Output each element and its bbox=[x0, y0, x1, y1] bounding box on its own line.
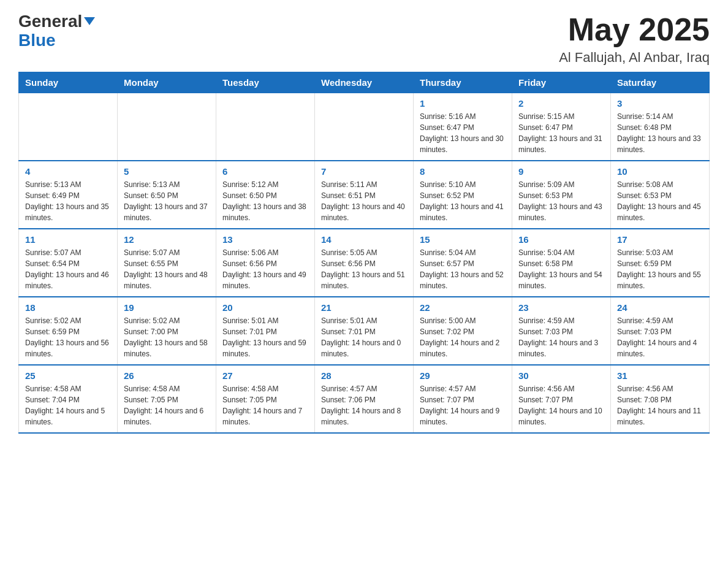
calendar-table: Sunday Monday Tuesday Wednesday Thursday… bbox=[18, 72, 710, 434]
day-number: 20 bbox=[222, 302, 308, 313]
day-info: Sunrise: 4:56 AMSunset: 7:07 PMDaylight:… bbox=[518, 383, 604, 427]
title-block: May 2025 Al Fallujah, Al Anbar, Iraq bbox=[559, 12, 710, 66]
day-info: Sunrise: 5:09 AMSunset: 6:53 PMDaylight:… bbox=[518, 179, 604, 223]
day-info: Sunrise: 5:00 AMSunset: 7:02 PMDaylight:… bbox=[420, 315, 506, 359]
calendar-week-row: 25Sunrise: 4:58 AMSunset: 7:04 PMDayligh… bbox=[19, 365, 710, 433]
day-number: 15 bbox=[420, 234, 506, 245]
calendar-day-cell: 7Sunrise: 5:11 AMSunset: 6:51 PMDaylight… bbox=[315, 161, 414, 229]
day-info: Sunrise: 5:05 AMSunset: 6:56 PMDaylight:… bbox=[321, 247, 407, 291]
calendar-day-cell: 6Sunrise: 5:12 AMSunset: 6:50 PMDaylight… bbox=[216, 161, 315, 229]
day-number: 5 bbox=[124, 166, 210, 177]
day-info: Sunrise: 5:02 AMSunset: 6:59 PMDaylight:… bbox=[25, 315, 111, 359]
calendar-day-cell bbox=[19, 93, 118, 161]
day-number: 31 bbox=[617, 370, 703, 381]
day-number: 11 bbox=[25, 234, 111, 245]
day-number: 24 bbox=[617, 302, 703, 313]
calendar-day-cell: 3Sunrise: 5:14 AMSunset: 6:48 PMDaylight… bbox=[611, 93, 710, 161]
calendar-week-row: 18Sunrise: 5:02 AMSunset: 6:59 PMDayligh… bbox=[19, 297, 710, 365]
day-number: 29 bbox=[420, 370, 506, 381]
day-info: Sunrise: 4:58 AMSunset: 7:05 PMDaylight:… bbox=[124, 383, 210, 427]
col-monday: Monday bbox=[118, 72, 216, 93]
calendar-day-cell: 24Sunrise: 4:59 AMSunset: 7:03 PMDayligh… bbox=[611, 297, 710, 365]
day-info: Sunrise: 5:01 AMSunset: 7:01 PMDaylight:… bbox=[321, 315, 407, 359]
calendar-day-cell: 19Sunrise: 5:02 AMSunset: 7:00 PMDayligh… bbox=[118, 297, 216, 365]
day-number: 6 bbox=[222, 166, 308, 177]
logo-blue-text: Blue bbox=[18, 31, 56, 50]
calendar-day-cell: 13Sunrise: 5:06 AMSunset: 6:56 PMDayligh… bbox=[216, 229, 315, 297]
day-info: Sunrise: 5:13 AMSunset: 6:49 PMDaylight:… bbox=[25, 179, 111, 223]
day-number: 25 bbox=[25, 370, 111, 381]
day-number: 10 bbox=[617, 166, 703, 177]
day-number: 13 bbox=[222, 234, 308, 245]
calendar-day-cell: 25Sunrise: 4:58 AMSunset: 7:04 PMDayligh… bbox=[19, 365, 118, 433]
calendar-day-cell: 8Sunrise: 5:10 AMSunset: 6:52 PMDaylight… bbox=[414, 161, 512, 229]
calendar-day-cell: 9Sunrise: 5:09 AMSunset: 6:53 PMDaylight… bbox=[512, 161, 611, 229]
day-number: 23 bbox=[518, 302, 604, 313]
calendar-week-row: 11Sunrise: 5:07 AMSunset: 6:54 PMDayligh… bbox=[19, 229, 710, 297]
logo-text: GeneralBlue bbox=[18, 12, 95, 50]
day-number: 28 bbox=[321, 370, 407, 381]
day-number: 17 bbox=[617, 234, 703, 245]
day-info: Sunrise: 4:57 AMSunset: 7:07 PMDaylight:… bbox=[420, 383, 506, 427]
logo-triangle-icon bbox=[84, 17, 95, 25]
calendar-week-row: 1Sunrise: 5:16 AMSunset: 6:47 PMDaylight… bbox=[19, 93, 710, 161]
day-info: Sunrise: 4:56 AMSunset: 7:08 PMDaylight:… bbox=[617, 383, 703, 427]
calendar-day-cell: 14Sunrise: 5:05 AMSunset: 6:56 PMDayligh… bbox=[315, 229, 414, 297]
month-year-title: May 2025 bbox=[559, 12, 710, 47]
calendar-day-cell bbox=[315, 93, 414, 161]
calendar-body: 1Sunrise: 5:16 AMSunset: 6:47 PMDaylight… bbox=[19, 93, 710, 434]
col-sunday: Sunday bbox=[19, 72, 118, 93]
calendar-day-cell: 1Sunrise: 5:16 AMSunset: 6:47 PMDaylight… bbox=[414, 93, 512, 161]
day-number: 19 bbox=[124, 302, 210, 313]
days-of-week-row: Sunday Monday Tuesday Wednesday Thursday… bbox=[19, 72, 710, 93]
day-info: Sunrise: 5:15 AMSunset: 6:47 PMDaylight:… bbox=[518, 111, 604, 155]
calendar-day-cell: 22Sunrise: 5:00 AMSunset: 7:02 PMDayligh… bbox=[414, 297, 512, 365]
day-number: 30 bbox=[518, 370, 604, 381]
day-info: Sunrise: 5:01 AMSunset: 7:01 PMDaylight:… bbox=[222, 315, 308, 359]
day-info: Sunrise: 5:07 AMSunset: 6:54 PMDaylight:… bbox=[25, 247, 111, 291]
col-friday: Friday bbox=[512, 72, 611, 93]
location-subtitle: Al Fallujah, Al Anbar, Iraq bbox=[559, 50, 710, 66]
day-number: 14 bbox=[321, 234, 407, 245]
day-number: 18 bbox=[25, 302, 111, 313]
calendar-day-cell: 29Sunrise: 4:57 AMSunset: 7:07 PMDayligh… bbox=[414, 365, 512, 433]
calendar-day-cell: 18Sunrise: 5:02 AMSunset: 6:59 PMDayligh… bbox=[19, 297, 118, 365]
day-number: 3 bbox=[617, 98, 703, 109]
day-number: 16 bbox=[518, 234, 604, 245]
day-number: 1 bbox=[420, 98, 506, 109]
day-number: 21 bbox=[321, 302, 407, 313]
day-info: Sunrise: 5:10 AMSunset: 6:52 PMDaylight:… bbox=[420, 179, 506, 223]
logo: GeneralBlue bbox=[18, 12, 95, 50]
day-number: 9 bbox=[518, 166, 604, 177]
day-info: Sunrise: 5:07 AMSunset: 6:55 PMDaylight:… bbox=[124, 247, 210, 291]
day-info: Sunrise: 5:04 AMSunset: 6:57 PMDaylight:… bbox=[420, 247, 506, 291]
day-info: Sunrise: 5:03 AMSunset: 6:59 PMDaylight:… bbox=[617, 247, 703, 291]
day-number: 26 bbox=[124, 370, 210, 381]
calendar-day-cell: 21Sunrise: 5:01 AMSunset: 7:01 PMDayligh… bbox=[315, 297, 414, 365]
calendar-day-cell: 2Sunrise: 5:15 AMSunset: 6:47 PMDaylight… bbox=[512, 93, 611, 161]
day-info: Sunrise: 5:16 AMSunset: 6:47 PMDaylight:… bbox=[420, 111, 506, 155]
calendar-day-cell: 16Sunrise: 5:04 AMSunset: 6:58 PMDayligh… bbox=[512, 229, 611, 297]
day-number: 12 bbox=[124, 234, 210, 245]
calendar-day-cell: 31Sunrise: 4:56 AMSunset: 7:08 PMDayligh… bbox=[611, 365, 710, 433]
calendar-day-cell: 15Sunrise: 5:04 AMSunset: 6:57 PMDayligh… bbox=[414, 229, 512, 297]
day-info: Sunrise: 4:58 AMSunset: 7:05 PMDaylight:… bbox=[222, 383, 308, 427]
calendar-day-cell: 11Sunrise: 5:07 AMSunset: 6:54 PMDayligh… bbox=[19, 229, 118, 297]
day-info: Sunrise: 5:14 AMSunset: 6:48 PMDaylight:… bbox=[617, 111, 703, 155]
calendar-day-cell: 5Sunrise: 5:13 AMSunset: 6:50 PMDaylight… bbox=[118, 161, 216, 229]
calendar-day-cell: 17Sunrise: 5:03 AMSunset: 6:59 PMDayligh… bbox=[611, 229, 710, 297]
calendar-day-cell bbox=[216, 93, 315, 161]
col-tuesday: Tuesday bbox=[216, 72, 315, 93]
day-number: 8 bbox=[420, 166, 506, 177]
calendar-day-cell: 12Sunrise: 5:07 AMSunset: 6:55 PMDayligh… bbox=[118, 229, 216, 297]
day-number: 2 bbox=[518, 98, 604, 109]
day-info: Sunrise: 5:06 AMSunset: 6:56 PMDaylight:… bbox=[222, 247, 308, 291]
calendar-day-cell: 30Sunrise: 4:56 AMSunset: 7:07 PMDayligh… bbox=[512, 365, 611, 433]
calendar-day-cell: 4Sunrise: 5:13 AMSunset: 6:49 PMDaylight… bbox=[19, 161, 118, 229]
day-info: Sunrise: 4:59 AMSunset: 7:03 PMDaylight:… bbox=[518, 315, 604, 359]
col-thursday: Thursday bbox=[414, 72, 512, 93]
day-info: Sunrise: 5:12 AMSunset: 6:50 PMDaylight:… bbox=[222, 179, 308, 223]
col-wednesday: Wednesday bbox=[315, 72, 414, 93]
calendar-day-cell: 10Sunrise: 5:08 AMSunset: 6:53 PMDayligh… bbox=[611, 161, 710, 229]
calendar-day-cell: 26Sunrise: 4:58 AMSunset: 7:05 PMDayligh… bbox=[118, 365, 216, 433]
